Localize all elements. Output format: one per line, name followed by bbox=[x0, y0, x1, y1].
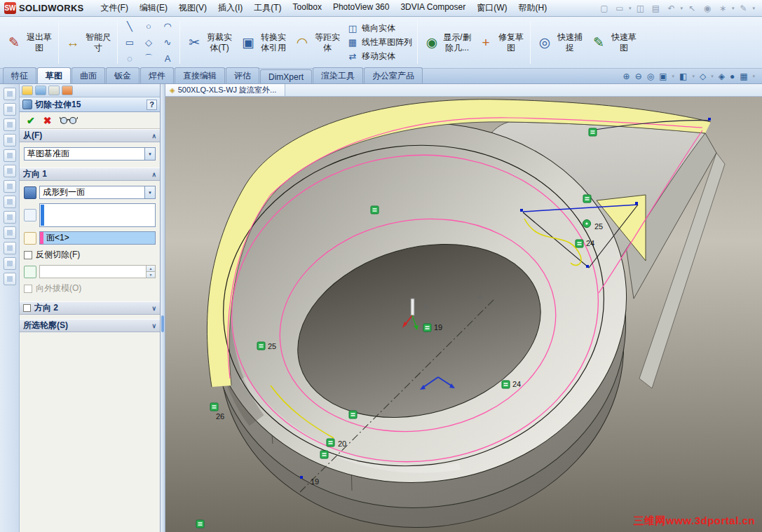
dropdown-button[interactable]: ▼ bbox=[144, 186, 155, 198]
sketch-icon[interactable]: ✎ bbox=[737, 2, 749, 15]
flip-side-checkbox[interactable] bbox=[24, 251, 32, 259]
dropdown-button[interactable]: ▼ bbox=[144, 148, 155, 160]
cancel-button[interactable]: ✖ bbox=[43, 116, 52, 125]
spline-tool-icon[interactable]: ∿ bbox=[158, 35, 177, 50]
ellipse-tool-icon[interactable]: ◌ bbox=[121, 51, 139, 67]
mirror-entities-button[interactable]: ◫ 镜向实体 bbox=[347, 22, 412, 34]
dropdown-arrow-icon[interactable]: ▾ bbox=[752, 6, 755, 11]
menu-tools[interactable]: 工具(T) bbox=[248, 0, 287, 16]
detailed-preview-icon[interactable] bbox=[60, 116, 78, 125]
new-document-icon[interactable]: ▢ bbox=[598, 2, 611, 15]
section-from-header[interactable]: 从(F) ∧ bbox=[20, 129, 160, 142]
menu-window[interactable]: 窗口(W) bbox=[471, 0, 512, 16]
left-toolbar-button[interactable] bbox=[4, 118, 16, 131]
menu-edit[interactable]: 编辑(E) bbox=[134, 0, 173, 16]
section-direction2-header[interactable]: 方向 2 ∨ bbox=[20, 301, 160, 315]
edit-appearance-icon[interactable]: ● bbox=[730, 71, 735, 81]
draft-angle-field[interactable]: ▲▼ bbox=[39, 265, 156, 278]
tab-office-products[interactable]: 办公室产品 bbox=[364, 67, 423, 83]
repair-sketch-button[interactable]: + 修复草图 bbox=[475, 18, 527, 67]
ok-button[interactable]: ✔ bbox=[27, 116, 35, 125]
move-entities-button[interactable]: ⇄ 移动实体 bbox=[347, 50, 412, 62]
left-toolbar-button[interactable] bbox=[4, 103, 16, 116]
spin-down-icon[interactable]: ▼ bbox=[147, 272, 155, 278]
configurationmanager-tab[interactable] bbox=[48, 86, 60, 95]
menu-file[interactable]: 文件(F) bbox=[95, 0, 134, 16]
smart-dimension-button[interactable]: ↔ 智能尺寸 bbox=[62, 18, 114, 67]
dropdown-arrow-icon[interactable]: ▾ bbox=[711, 74, 714, 79]
tab-dimxpert[interactable]: DimXpert bbox=[260, 69, 312, 83]
draft-angle-spinner[interactable]: ▲▼ bbox=[146, 266, 155, 278]
section-direction1-header[interactable]: 方向 1 ∧ bbox=[20, 168, 160, 181]
left-toolbar-button[interactable] bbox=[4, 273, 16, 285]
tab-surfaces[interactable]: 曲面 bbox=[72, 67, 105, 83]
dropdown-arrow-icon[interactable]: ▾ bbox=[692, 74, 695, 79]
left-toolbar-button[interactable] bbox=[4, 242, 16, 254]
rapid-sketch-button[interactable]: ✎ 快速草图 bbox=[587, 18, 640, 67]
tab-evaluate[interactable]: 评估 bbox=[226, 67, 259, 83]
left-toolbar-button[interactable] bbox=[4, 134, 16, 146]
menu-photoview360[interactable]: PhotoView 360 bbox=[327, 0, 395, 16]
start-condition-dropdown[interactable]: 草图基准面 ▼ bbox=[24, 147, 156, 161]
tab-weldments[interactable]: 焊件 bbox=[140, 67, 174, 83]
dropdown-arrow-icon[interactable]: ▾ bbox=[680, 6, 683, 11]
direction2-checkbox[interactable] bbox=[23, 304, 31, 312]
left-toolbar-button[interactable] bbox=[4, 226, 16, 239]
arc-tool-icon[interactable]: ◠ bbox=[158, 19, 177, 34]
circle-tool-icon[interactable]: ○ bbox=[140, 19, 158, 34]
hide-show-items-icon[interactable]: ◈ bbox=[719, 71, 725, 81]
left-toolbar-button[interactable] bbox=[4, 211, 16, 224]
featuremanager-tab[interactable] bbox=[22, 86, 33, 95]
print-icon[interactable]: ▤ bbox=[649, 2, 662, 15]
tab-features[interactable]: 特征 bbox=[3, 67, 36, 83]
left-toolbar-button[interactable] bbox=[4, 196, 16, 208]
menu-help[interactable]: 帮助(H) bbox=[512, 0, 552, 16]
tab-sheet-metal[interactable]: 钣金 bbox=[106, 67, 140, 83]
face-selection-field[interactable]: 面<1> bbox=[39, 231, 156, 245]
spin-up-icon[interactable]: ▲ bbox=[147, 266, 155, 272]
direction-reference-box[interactable] bbox=[39, 203, 156, 227]
end-condition-dropdown[interactable]: 成形到一面 ▼ bbox=[39, 186, 156, 199]
dropdown-arrow-icon[interactable]: ▾ bbox=[629, 6, 632, 11]
undo-icon[interactable]: ↶ bbox=[665, 2, 677, 15]
help-button[interactable]: ? bbox=[147, 100, 157, 110]
linear-pattern-button[interactable]: ▦ 线性草图阵列 bbox=[347, 36, 412, 48]
menu-toolbox[interactable]: Toolbox bbox=[287, 0, 327, 16]
previous-view-icon[interactable]: ◎ bbox=[647, 71, 654, 81]
trim-entities-button[interactable]: ✂ 剪裁实体(T) bbox=[183, 18, 236, 67]
view-orientation-icon[interactable]: ◧ bbox=[679, 71, 687, 81]
zoom-to-area-icon[interactable]: ⊖ bbox=[635, 71, 642, 81]
menu-3dvia-composer[interactable]: 3DVIA Composer bbox=[395, 0, 471, 16]
document-tab[interactable]: ◈ 500XLQ-XLS-WJ 旋流室外... bbox=[165, 84, 285, 96]
line-tool-icon[interactable]: ╲ bbox=[121, 19, 139, 34]
3d-model-view[interactable]: 25 24 25 20 26 24 19 19 bbox=[165, 84, 762, 532]
splitter-grip[interactable] bbox=[161, 315, 164, 332]
zoom-fit-icon[interactable]: ⊕ bbox=[623, 71, 630, 81]
tangent-arc-tool-icon[interactable]: ⌒ bbox=[140, 51, 158, 67]
apply-scene-icon[interactable]: ▦ bbox=[740, 71, 747, 81]
save-icon[interactable]: ◫ bbox=[634, 2, 646, 15]
offset-entities-button[interactable]: ◠ 等距实体 bbox=[291, 18, 343, 67]
display-style-icon[interactable]: ◇ bbox=[700, 71, 706, 81]
open-icon[interactable]: ▭ bbox=[613, 2, 626, 15]
convert-entities-button[interactable]: ▣ 转换实体引用 bbox=[237, 18, 290, 67]
select-icon[interactable]: ↖ bbox=[686, 2, 698, 15]
panel-splitter[interactable] bbox=[161, 84, 165, 532]
dropdown-arrow-icon[interactable]: ▾ bbox=[752, 74, 755, 79]
left-toolbar-button[interactable] bbox=[4, 149, 16, 162]
text-tool-icon[interactable]: A bbox=[158, 51, 177, 67]
tab-direct-editing[interactable]: 直接编辑 bbox=[175, 67, 225, 83]
propertymanager-tab[interactable] bbox=[35, 86, 46, 95]
menu-view[interactable]: 视图(V) bbox=[173, 0, 212, 16]
left-toolbar-button[interactable] bbox=[4, 180, 16, 193]
menu-insert[interactable]: 插入(I) bbox=[212, 0, 248, 16]
section-view-icon[interactable]: ▣ bbox=[659, 71, 667, 81]
draft-outward-checkbox[interactable] bbox=[24, 285, 32, 293]
rectangle-tool-icon[interactable]: ▭ bbox=[121, 35, 139, 50]
left-toolbar-button[interactable] bbox=[4, 88, 16, 100]
displaymanager-tab[interactable] bbox=[62, 86, 73, 95]
dropdown-arrow-icon[interactable]: ▾ bbox=[732, 6, 735, 11]
rebuild-icon[interactable]: ◉ bbox=[701, 2, 714, 15]
exit-sketch-button[interactable]: ✎ 退出草图 bbox=[3, 18, 55, 67]
tab-render-tools[interactable]: 渲染工具 bbox=[313, 67, 363, 83]
